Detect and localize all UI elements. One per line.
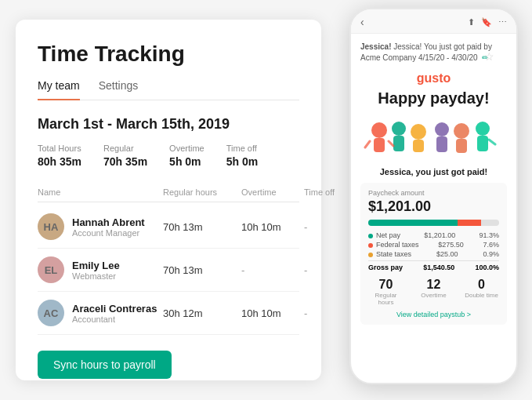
- pay-row-federal: Federal taxes $275.50 7.6%: [368, 240, 499, 249]
- phone-mockup: ‹ ⬆ 🔖 ⋯ Jessica! Jessica! You just got p…: [349, 8, 518, 384]
- employee-name-hannah: Hannah Abrent: [72, 216, 145, 228]
- svg-rect-1: [374, 138, 385, 152]
- table-row: EL Emily Lee Webmaster 70h 13m - - Not a…: [38, 249, 299, 292]
- summary-regular: Regular 70h 35m: [103, 144, 147, 169]
- menu-icon: ⋯: [498, 17, 507, 27]
- dot-green: [368, 234, 373, 238]
- svg-line-14: [489, 140, 495, 144]
- upload-icon: ⬆: [468, 17, 475, 27]
- summary-time-off: Time off 5h 0m: [226, 144, 258, 169]
- svg-point-8: [454, 123, 469, 139]
- pay-row-state: State taxes $25.00 0.9%: [368, 249, 499, 259]
- pay-bar-federal: [458, 220, 481, 226]
- svg-rect-9: [456, 139, 467, 153]
- hours-regular: 70 Regular hours: [368, 278, 404, 306]
- employee-cell-emily: EL Emily Lee Webmaster: [38, 256, 163, 283]
- svg-line-12: [365, 141, 370, 147]
- svg-rect-7: [436, 136, 447, 152]
- svg-point-2: [392, 122, 406, 136]
- jessica-paid-text: Jessica, you just got paid!: [360, 167, 507, 176]
- avatar-emily: EL: [38, 256, 64, 283]
- pay-bar: [368, 220, 499, 226]
- avatar-hannah: HA: [38, 213, 64, 240]
- hours-double: 0 Double time: [464, 278, 499, 306]
- tab-my-team[interactable]: My team: [38, 79, 80, 100]
- left-panel: Time Tracking My team Settings March 1st…: [16, 20, 321, 380]
- paycheck-amount: $1,201.00: [368, 198, 499, 215]
- svg-rect-11: [477, 136, 488, 151]
- regular-hannah: 70h 13m: [163, 221, 241, 233]
- illustration: [360, 114, 507, 161]
- regular-emily: 70h 13m: [163, 264, 241, 276]
- table-header: Name Regular hours Overtime Time off Sta…: [38, 183, 299, 202]
- summary-total-hours: Total Hours 80h 35m: [38, 144, 81, 169]
- table-row: AC Araceli Contreras Accountant 30h 12m …: [38, 292, 299, 335]
- paycheck-label: Paycheck amount: [368, 189, 499, 197]
- pay-bar-net: [368, 220, 458, 226]
- tabs-bar: My team Settings: [38, 79, 299, 100]
- dot-red: [368, 243, 373, 248]
- overtime-emily: -: [241, 264, 304, 276]
- phone-content: Jessica! Jessica! You just got paid by A…: [351, 34, 516, 333]
- star-icon: ☆: [484, 50, 494, 63]
- bookmark-icon: 🔖: [481, 17, 492, 27]
- pay-breakdown: Net pay $1,201.00 91.3% Federal taxes $2…: [368, 231, 499, 271]
- page-title: Time Tracking: [38, 42, 299, 67]
- svg-point-0: [371, 122, 387, 138]
- main-container: Time Tracking My team Settings March 1st…: [0, 0, 532, 400]
- regular-araceli: 30h 12m: [163, 307, 241, 319]
- table-row: HA Hannah Abrent Account Manager 70h 13m…: [38, 205, 299, 249]
- svg-rect-5: [413, 140, 424, 152]
- back-arrow[interactable]: ‹: [360, 16, 364, 28]
- employee-name-araceli: Araceli Contreras: [72, 303, 157, 315]
- employee-title-emily: Webmaster: [72, 271, 120, 281]
- hours-row: 70 Regular hours 12 Overtime 0 Double ti…: [368, 278, 499, 306]
- sync-button[interactable]: Sync hours to payroll: [38, 351, 172, 379]
- employee-cell-hannah: HA Hannah Abrent Account Manager: [38, 213, 163, 240]
- overtime-hannah: 10h 10m: [241, 221, 304, 233]
- phone-icons: ⬆ 🔖 ⋯: [468, 17, 507, 27]
- happy-payday-headline: Happy payday!: [360, 89, 507, 107]
- employee-title-hannah: Account Manager: [72, 228, 145, 238]
- employee-title-araceli: Accountant: [72, 315, 157, 324]
- overtime-araceli: 10h 10m: [241, 307, 304, 319]
- hours-overtime: 12 Overtime: [416, 278, 451, 306]
- pay-row-gross: Gross pay $1,540.50 100.0%: [368, 260, 499, 271]
- pay-row-net: Net pay $1,201.00 91.3%: [368, 231, 499, 240]
- phone-header: ‹ ⬆ 🔖 ⋯: [351, 9, 516, 34]
- employee-name-emily: Emily Lee: [72, 260, 120, 271]
- date-range: March 1st - March 15th, 2019: [38, 116, 299, 133]
- summary-row: Total Hours 80h 35m Regular 70h 35m Over…: [38, 144, 299, 169]
- svg-point-10: [476, 122, 490, 136]
- employee-cell-araceli: AC Araceli Contreras Accountant: [38, 300, 163, 326]
- dot-orange: [368, 253, 373, 257]
- svg-line-13: [389, 141, 393, 146]
- svg-point-4: [411, 124, 426, 140]
- view-detail-link[interactable]: View detailed paystub >: [368, 311, 499, 318]
- gusto-logo: gusto: [360, 71, 507, 85]
- paycheck-section: Paycheck amount $1,201.00 Net pay $1,201…: [360, 183, 507, 325]
- svg-point-6: [435, 122, 449, 136]
- tab-settings[interactable]: Settings: [99, 79, 139, 100]
- avatar-araceli: AC: [38, 300, 64, 326]
- svg-rect-3: [393, 136, 404, 151]
- summary-overtime: Overtime 5h 0m: [169, 144, 204, 169]
